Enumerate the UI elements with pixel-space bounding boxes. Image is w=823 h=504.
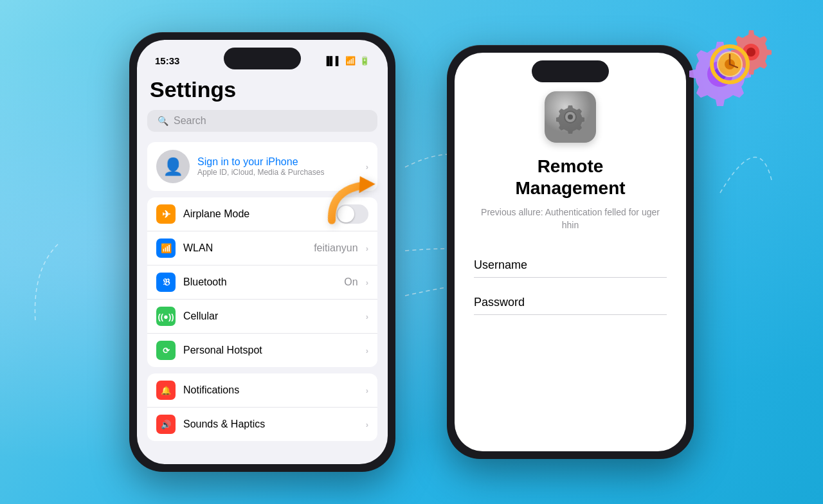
- signin-subtitle: Apple ID, iCloud, Media & Purchases: [197, 168, 358, 177]
- gear-svg-icon: [545, 91, 596, 143]
- wlan-icon-bg: 📶: [156, 239, 176, 258]
- sounds-icon-bg: 🔊: [156, 415, 176, 434]
- hotspot-chevron: ›: [366, 346, 368, 356]
- cellular-chevron: ›: [366, 312, 368, 321]
- wifi-icon: 📶: [345, 56, 356, 66]
- hotspot-label: Personal Hotspot: [183, 345, 358, 356]
- search-placeholder: Search: [174, 115, 206, 127]
- wlan-label: WLAN: [183, 242, 306, 254]
- bluetooth-chevron: ›: [366, 278, 368, 287]
- signal-icon: ▐▌▌: [323, 56, 341, 66]
- svg-point-12: [725, 59, 735, 69]
- sounds-label: Sounds & Haptics: [183, 419, 358, 430]
- cellular-icon-bg: ((●)): [156, 307, 176, 326]
- signin-title: Sign in to your iPhone: [197, 156, 358, 168]
- notifications-label: Notifications: [183, 384, 358, 396]
- left-phone: 15:33 ▐▌▌ 📶 🔋 Settings 🔍 Search: [129, 32, 395, 472]
- username-group: Username: [474, 251, 667, 288]
- right-phone-screen: RemoteManagement Previous allure: Authen…: [455, 53, 686, 451]
- notifications-group: 🔔 Notifications › 🔊 Sounds & Haptics ›: [147, 374, 377, 441]
- svg-point-7: [743, 44, 759, 60]
- airplane-toggle[interactable]: [336, 204, 368, 224]
- personal-hotspot-row[interactable]: ⟳ Personal Hotspot ›: [147, 334, 377, 367]
- remote-subtitle: Previous allure: Authentication felled f…: [474, 206, 667, 231]
- toggle-thumb: [338, 206, 354, 222]
- password-group: Password: [474, 288, 667, 325]
- cellular-row[interactable]: ((●)) Cellular ›: [147, 300, 377, 334]
- dynamic-island-right: [532, 60, 609, 82]
- password-input-line: [474, 314, 667, 315]
- svg-line-14: [730, 64, 737, 68]
- status-time: 15:33: [155, 55, 179, 66]
- svg-point-10: [717, 51, 743, 77]
- bluetooth-label: Bluetooth: [183, 276, 336, 288]
- airplane-icon-bg: ✈: [156, 204, 176, 224]
- wlan-chevron: ›: [366, 244, 368, 253]
- main-scene: 15:33 ▐▌▌ 📶 🔋 Settings 🔍 Search: [0, 0, 823, 504]
- sounds-haptics-row[interactable]: 🔊 Sounds & Haptics ›: [147, 408, 377, 441]
- airplane-label: Airplane Mode: [183, 208, 329, 220]
- right-phone-outer: RemoteManagement Previous allure: Authen…: [447, 45, 694, 459]
- notifications-icon: 🔔: [161, 386, 171, 395]
- network-group: ✈ Airplane Mode 📶 WLAN: [147, 197, 377, 367]
- signin-text: Sign in to your iPhone Apple ID, iCloud,…: [197, 156, 358, 177]
- notifications-icon-bg: 🔔: [156, 381, 176, 400]
- username-input-line: [474, 277, 667, 278]
- password-label: Password: [474, 288, 667, 314]
- sounds-chevron: ›: [366, 420, 368, 429]
- sounds-icon: 🔊: [161, 420, 171, 429]
- search-bar[interactable]: 🔍 Search: [147, 110, 377, 132]
- right-phone: RemoteManagement Previous allure: Authen…: [447, 45, 694, 459]
- svg-point-5: [707, 61, 733, 87]
- wlan-row[interactable]: 📶 WLAN feitianyun ›: [147, 231, 377, 266]
- svg-point-8: [746, 48, 755, 57]
- remote-management-title: RemoteManagement: [515, 156, 625, 199]
- bluetooth-value: On: [344, 276, 357, 288]
- airplane-icon: ✈: [162, 208, 170, 221]
- left-phone-screen: 15:33 ▐▌▌ 📶 🔋 Settings 🔍 Search: [137, 40, 388, 464]
- cellular-icon: ((●)): [158, 312, 174, 321]
- bluetooth-row[interactable]: 𝔅 Bluetooth On ›: [147, 266, 377, 300]
- username-label: Username: [474, 251, 667, 277]
- settings-app-icon: [545, 91, 596, 143]
- wlan-value: feitianyun: [314, 242, 358, 254]
- svg-point-9: [712, 46, 748, 82]
- hotspot-icon: ⟳: [163, 346, 170, 356]
- notifications-chevron: ›: [366, 386, 368, 395]
- wifi-settings-icon: 📶: [161, 243, 172, 253]
- battery-icon: 🔋: [359, 56, 370, 66]
- hotspot-icon-bg: ⟳: [156, 341, 176, 360]
- signin-chevron: ›: [366, 162, 368, 172]
- svg-point-4: [568, 114, 573, 120]
- svg-point-11: [718, 53, 741, 76]
- bluetooth-icon: 𝔅: [163, 276, 170, 288]
- settings-content: Settings 🔍 Search 👤 Sign in to your iPho…: [137, 72, 388, 441]
- svg-point-6: [714, 68, 727, 80]
- notifications-row[interactable]: 🔔 Notifications ›: [147, 374, 377, 408]
- signin-row[interactable]: 👤 Sign in to your iPhone Apple ID, iClou…: [147, 142, 377, 191]
- left-phone-outer: 15:33 ▐▌▌ 📶 🔋 Settings 🔍 Search: [129, 32, 395, 472]
- status-icons: ▐▌▌ 📶 🔋: [323, 56, 370, 66]
- remote-content: RemoteManagement Previous allure: Authen…: [455, 53, 686, 451]
- dynamic-island-left: [224, 48, 301, 69]
- search-icon: 🔍: [158, 116, 168, 126]
- bluetooth-icon-bg: 𝔅: [156, 273, 176, 292]
- airplane-mode-row[interactable]: ✈ Airplane Mode: [147, 197, 377, 231]
- cellular-label: Cellular: [183, 310, 358, 322]
- settings-title: Settings: [147, 72, 377, 110]
- avatar-icon: 👤: [156, 150, 190, 183]
